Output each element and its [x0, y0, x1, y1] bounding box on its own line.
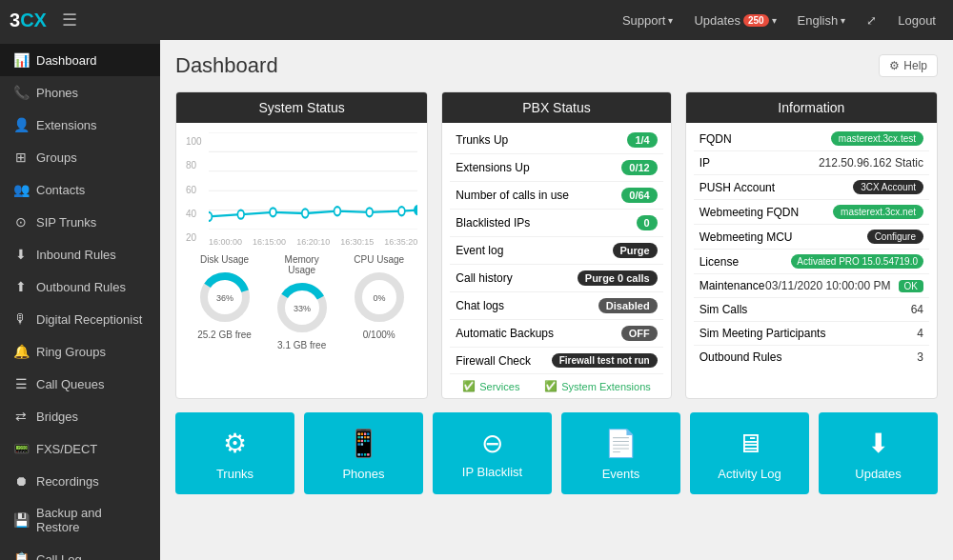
tile-phones[interactable]: 📱 Phones	[304, 412, 423, 494]
services-check-icon: ✅	[462, 380, 476, 392]
phones-tile-label: Phones	[342, 467, 384, 481]
pbx-status-body: Trunks Up 1/4 Extensions Up 0/12 Number …	[442, 123, 670, 398]
pbx-row-event-log: Event log Purge	[450, 237, 662, 265]
system-status-card: System Status 100 80 60 40 20	[175, 91, 428, 399]
fxs-dect-icon: 📟	[13, 441, 29, 456]
tile-events[interactable]: 📄 Events	[561, 412, 680, 494]
info-row-sim-meeting: Sim Meeting Participants 4	[694, 322, 929, 346]
info-row-webmeeting-mcu: Webmeeting MCU Configure	[694, 225, 929, 250]
sidebar-item-recordings[interactable]: ⏺ Recordings	[0, 465, 160, 497]
info-row-outbound-rules: Outbound Rules 3	[694, 346, 929, 369]
chart-svg-area	[209, 132, 417, 230]
sidebar-item-ring-groups[interactable]: 🔔 Ring Groups	[0, 335, 160, 368]
page-header: Dashboard ⚙ Help	[175, 53, 938, 78]
page-title: Dashboard	[175, 53, 278, 78]
chart-y-labels: 100 80 60 40 20	[186, 132, 202, 247]
sidebar-item-sip-trunks[interactable]: ⊙ SIP Trunks	[0, 206, 160, 238]
sidebar-item-call-queues[interactable]: ☰ Call Queues	[0, 368, 160, 400]
sip-trunks-icon: ⊙	[13, 214, 29, 230]
events-tile-label: Events	[602, 467, 640, 481]
trunks-tile-icon: ⚙	[223, 428, 247, 459]
sidebar-item-inbound-rules[interactable]: ⬇ Inbound Rules	[0, 238, 160, 270]
pbx-row-firewall: Firewall Check Firewall test not run	[450, 348, 662, 374]
sidebar-item-fxs-dect[interactable]: 📟 FXS/DECT	[0, 432, 160, 465]
services-check: ✅ Services	[462, 380, 519, 392]
donut-row: Disk Usage 36% 25.2 GB free MemoryUsage	[186, 247, 417, 354]
sidebar-item-extensions[interactable]: 👤 Extensions	[0, 109, 160, 141]
sidebar-label-call-log: Call Log	[36, 552, 82, 561]
recordings-icon: ⏺	[13, 473, 29, 489]
info-row-ip: IP 212.50.96.162 Static	[694, 151, 929, 175]
dashboard-icon: 📊	[13, 52, 29, 68]
logo-cx: CX	[20, 10, 47, 30]
info-row-fqdn: FQDN masterext.3cx.test	[694, 127, 929, 151]
pbx-badge-blacklisted-ips: 0	[637, 215, 658, 230]
pbx-services-row: ✅ Services ✅ System Extensions	[450, 374, 662, 394]
cpu-usage-donut: CPU Usage 0% 0/100%	[351, 254, 408, 350]
tile-activity-log[interactable]: 🖥 Activity Log	[690, 412, 809, 494]
pbx-row-auto-backups: Automatic Backups OFF	[450, 320, 662, 348]
topnav-right: Support ▾ Updates 250 ▾ English ▾ ⤢ Logo…	[615, 10, 943, 31]
sidebar-item-groups[interactable]: ⊞ Groups	[0, 141, 160, 173]
info-row-maintenance: Maintenance 03/11/2020 10:00:00 PM OK	[694, 274, 929, 298]
sidebar-label-digital-receptionist: Digital Receptionist	[36, 312, 142, 327]
sidebar-label-ring-groups: Ring Groups	[36, 345, 106, 359]
updates-button[interactable]: Updates 250 ▾	[686, 10, 783, 31]
pbx-badge-extensions-up: 0/12	[621, 160, 657, 175]
sidebar-label-call-queues: Call Queues	[36, 377, 105, 391]
svg-text:36%: 36%	[216, 293, 233, 303]
cards-row: System Status 100 80 60 40 20	[175, 91, 938, 399]
support-button[interactable]: Support ▾	[615, 10, 681, 31]
phones-icon: 📞	[13, 85, 29, 100]
info-row-license: License Activated PRO 15.0.54719.0	[694, 250, 929, 274]
info-val-fqdn: masterext.3cx.test	[831, 131, 923, 146]
hamburger-icon[interactable]: ☰	[62, 10, 77, 30]
pbx-badge-firewall[interactable]: Firewall test not run	[552, 353, 658, 368]
sidebar-item-dashboard[interactable]: 📊 Dashboard	[0, 44, 160, 76]
fullscreen-button[interactable]: ⤢	[859, 10, 884, 31]
sidebar-item-backup-restore[interactable]: 💾 Backup and Restore	[0, 497, 160, 543]
help-button[interactable]: ⚙ Help	[879, 54, 938, 77]
sidebar-label-contacts: Contacts	[36, 183, 85, 197]
sidebar-label-extensions: Extensions	[36, 118, 97, 132]
tile-ip-blacklist[interactable]: ⊖ IP Blacklist	[433, 412, 552, 494]
pbx-row-chat-logs: Chat logs Disabled	[450, 292, 662, 320]
updates-tile-icon: ⬇	[867, 428, 889, 459]
info-row-sim-calls: Sim Calls 64	[694, 298, 929, 322]
info-val-sim-meeting: 4	[917, 327, 923, 340]
support-chevron-icon: ▾	[668, 15, 673, 26]
info-val-ip: 212.50.96.162 Static	[819, 156, 923, 170]
sidebar-item-contacts[interactable]: 👥 Contacts	[0, 173, 160, 206]
sidebar-label-inbound-rules: Inbound Rules	[36, 248, 116, 262]
svg-point-7	[237, 210, 244, 219]
sidebar-item-call-log[interactable]: 📋 Call Log	[0, 543, 160, 560]
memory-usage-donut: MemoryUsage 33% 3.1 GB free	[274, 254, 331, 350]
sidebar-item-phones[interactable]: 📞 Phones	[0, 76, 160, 109]
tile-trunks[interactable]: ⚙ Trunks	[175, 412, 294, 494]
logout-button[interactable]: Logout	[890, 10, 943, 31]
info-val-outbound-rules: 3	[917, 350, 923, 364]
sidebar-label-fxs-dect: FXS/DECT	[36, 442, 97, 456]
tile-updates[interactable]: ⬇ Updates	[819, 412, 938, 494]
pbx-row-calls-in-use: Number of calls in use 0/64	[450, 182, 662, 210]
sidebar-item-digital-receptionist[interactable]: 🎙 Digital Receptionist	[0, 303, 160, 335]
activity-log-tile-icon: 🖥	[737, 428, 763, 459]
pbx-badge-call-history[interactable]: Purge 0 calls	[578, 270, 658, 286]
info-val-webmeeting-mcu[interactable]: Configure	[867, 230, 923, 244]
call-queues-icon: ☰	[13, 376, 29, 391]
system-extensions-check: ✅ System Extensions	[544, 380, 651, 392]
english-chevron-icon: ▾	[841, 15, 845, 26]
info-row-push-account: PUSH Account 3CX Account	[694, 175, 929, 200]
svg-point-9	[302, 209, 309, 217]
sidebar-item-bridges[interactable]: ⇄ Bridges	[0, 400, 160, 432]
english-button[interactable]: English ▾	[790, 10, 854, 31]
pbx-row-extensions-up: Extensions Up 0/12	[450, 154, 662, 182]
svg-point-11	[366, 208, 373, 216]
sidebar-item-outbound-rules[interactable]: ⬆ Outbound Rules	[0, 270, 160, 303]
groups-icon: ⊞	[13, 150, 29, 165]
inbound-rules-icon: ⬇	[13, 247, 29, 262]
svg-point-12	[398, 207, 405, 215]
information-body: FQDN masterext.3cx.test IP 212.50.96.162…	[686, 123, 937, 372]
information-header: Information	[686, 92, 937, 123]
pbx-badge-event-log[interactable]: Purge	[613, 243, 658, 258]
